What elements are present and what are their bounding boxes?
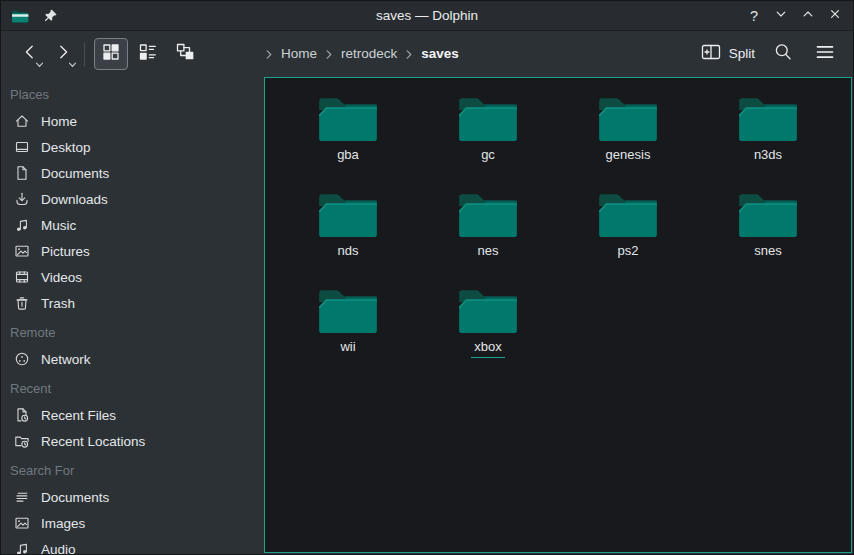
folder-genesis[interactable]: genesis bbox=[558, 91, 698, 187]
close-button[interactable] bbox=[825, 6, 845, 26]
folder-n3ds[interactable]: n3ds bbox=[698, 91, 838, 187]
folder-icon bbox=[317, 190, 379, 240]
recent-file-icon bbox=[14, 407, 30, 423]
music-icon bbox=[14, 217, 30, 233]
breadcrumb-chevron-icon bbox=[325, 49, 333, 60]
folder-label: snes bbox=[754, 243, 781, 259]
folder-ps2[interactable]: ps2 bbox=[558, 187, 698, 283]
tree-view-button[interactable] bbox=[168, 38, 202, 70]
search-button[interactable] bbox=[769, 40, 797, 68]
sidebar-section-recent: RecentRecent FilesRecent Locations bbox=[1, 376, 264, 454]
sidebar-item-label: Network bbox=[41, 352, 91, 367]
forward-button[interactable] bbox=[46, 38, 79, 70]
folder-gc[interactable]: gc bbox=[418, 91, 558, 187]
icons-view-icon bbox=[100, 41, 122, 67]
sidebar-item-music[interactable]: Music bbox=[1, 212, 264, 238]
folder-gba[interactable]: gba bbox=[278, 91, 418, 187]
folder-label: ps2 bbox=[618, 243, 639, 259]
icons-view-button[interactable] bbox=[94, 38, 128, 70]
breadcrumb-chevron-icon bbox=[265, 49, 273, 60]
folder-label: gba bbox=[337, 147, 359, 163]
sidebar-item-images[interactable]: Images bbox=[1, 510, 264, 536]
sidebar-item-label: Audio bbox=[41, 542, 76, 555]
image-icon bbox=[14, 515, 30, 531]
sidebar-item-label: Downloads bbox=[41, 192, 108, 207]
folder-nds[interactable]: nds bbox=[278, 187, 418, 283]
split-button[interactable]: Split bbox=[700, 41, 755, 66]
folder-grid: gbagcgenesisn3dsndsnesps2sneswiixbox bbox=[265, 78, 851, 379]
music-icon bbox=[14, 541, 30, 554]
search-icon bbox=[772, 41, 794, 67]
sidebar-item-downloads[interactable]: Downloads bbox=[1, 186, 264, 212]
folder-nes[interactable]: nes bbox=[418, 187, 558, 283]
folder-icon bbox=[457, 190, 519, 240]
doc-lines-icon bbox=[14, 489, 30, 505]
details-view-button[interactable] bbox=[131, 38, 165, 70]
trash-icon bbox=[14, 295, 30, 311]
video-icon bbox=[14, 269, 30, 285]
toolbar-separator bbox=[84, 42, 85, 66]
help-button[interactable]: ? bbox=[744, 6, 764, 26]
sidebar-item-label: Desktop bbox=[41, 140, 91, 155]
folder-icon bbox=[317, 286, 379, 336]
view-mode-buttons bbox=[94, 38, 205, 70]
sidebar-item-label: Documents bbox=[41, 166, 109, 181]
folder-label: nes bbox=[478, 243, 499, 259]
split-view-icon bbox=[700, 41, 722, 66]
sidebar-item-audio[interactable]: Audio bbox=[1, 536, 264, 554]
sidebar-item-desktop[interactable]: Desktop bbox=[1, 134, 264, 160]
folder-icon bbox=[317, 94, 379, 144]
pin-icon bbox=[43, 8, 58, 23]
chevron-down-icon bbox=[35, 62, 44, 68]
network-icon bbox=[14, 351, 30, 367]
document-icon bbox=[14, 165, 30, 181]
folder-view[interactable]: gbagcgenesisn3dsndsnesps2sneswiixbox bbox=[264, 77, 852, 553]
folder-icon bbox=[597, 190, 659, 240]
sidebar-item-label: Pictures bbox=[41, 244, 90, 259]
folder-xbox[interactable]: xbox bbox=[418, 283, 558, 379]
folder-icon bbox=[597, 94, 659, 144]
sidebar-item-label: Trash bbox=[41, 296, 75, 311]
menu-button[interactable] bbox=[811, 40, 839, 68]
help-icon: ? bbox=[750, 8, 758, 24]
section-title: Places bbox=[1, 82, 264, 108]
folder-label: genesis bbox=[606, 147, 651, 163]
folder-icon bbox=[457, 286, 519, 336]
home-icon bbox=[14, 113, 30, 129]
sidebar-item-label: Recent Locations bbox=[41, 434, 145, 449]
folder-icon bbox=[737, 190, 799, 240]
folder-label: xbox bbox=[471, 339, 504, 358]
sidebar-item-network[interactable]: Network bbox=[1, 346, 264, 372]
main-area: PlacesHomeDesktopDocumentsDownloadsMusic… bbox=[1, 76, 853, 554]
sidebar-item-recent-files[interactable]: Recent Files bbox=[1, 402, 264, 428]
breadcrumb-item-retrodeck[interactable]: retrodeck bbox=[340, 44, 398, 63]
sidebar-item-videos[interactable]: Videos bbox=[1, 264, 264, 290]
breadcrumb-item-home[interactable]: Home bbox=[280, 44, 318, 63]
sidebar-item-documents[interactable]: Documents bbox=[1, 160, 264, 186]
folder-snes[interactable]: snes bbox=[698, 187, 838, 283]
minimize-button[interactable] bbox=[771, 6, 791, 26]
back-button[interactable] bbox=[13, 38, 46, 70]
details-view-icon bbox=[137, 41, 159, 67]
toolbar: Homeretrodecksaves Split bbox=[1, 31, 853, 76]
sidebar-item-pictures[interactable]: Pictures bbox=[1, 238, 264, 264]
sidebar-item-documents[interactable]: Documents bbox=[1, 484, 264, 510]
folder-wii[interactable]: wii bbox=[278, 283, 418, 379]
sidebar-item-recent-locations[interactable]: Recent Locations bbox=[1, 428, 264, 454]
maximize-button[interactable] bbox=[798, 6, 818, 26]
sidebar-item-label: Documents bbox=[41, 490, 109, 505]
sidebar-section-places: PlacesHomeDesktopDocumentsDownloadsMusic… bbox=[1, 82, 264, 316]
sidebar-item-label: Recent Files bbox=[41, 408, 116, 423]
dolphin-window: saves — Dolphin ? Homeretrodecksaves Spl… bbox=[0, 0, 854, 555]
image-icon bbox=[14, 243, 30, 259]
sidebar-item-trash[interactable]: Trash bbox=[1, 290, 264, 316]
sidebar-item-home[interactable]: Home bbox=[1, 108, 264, 134]
section-title: Remote bbox=[1, 320, 264, 346]
section-title: Recent bbox=[1, 376, 264, 402]
sidebar-item-label: Music bbox=[41, 218, 76, 233]
toolbar-right: Split bbox=[700, 40, 841, 68]
desktop-icon bbox=[14, 139, 30, 155]
breadcrumb-item-saves[interactable]: saves bbox=[420, 44, 460, 63]
sidebar-section-remote: RemoteNetwork bbox=[1, 320, 264, 372]
folder-label: wii bbox=[340, 339, 355, 355]
